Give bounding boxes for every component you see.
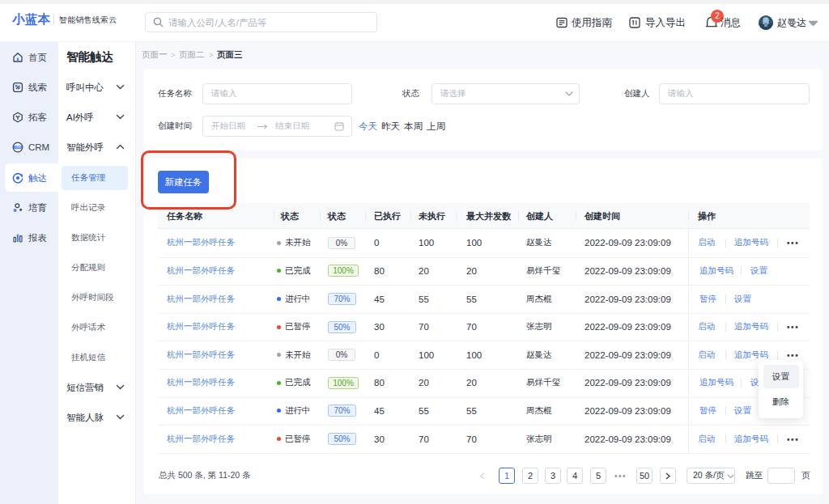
svg-text:CRM: CRM (15, 146, 21, 149)
